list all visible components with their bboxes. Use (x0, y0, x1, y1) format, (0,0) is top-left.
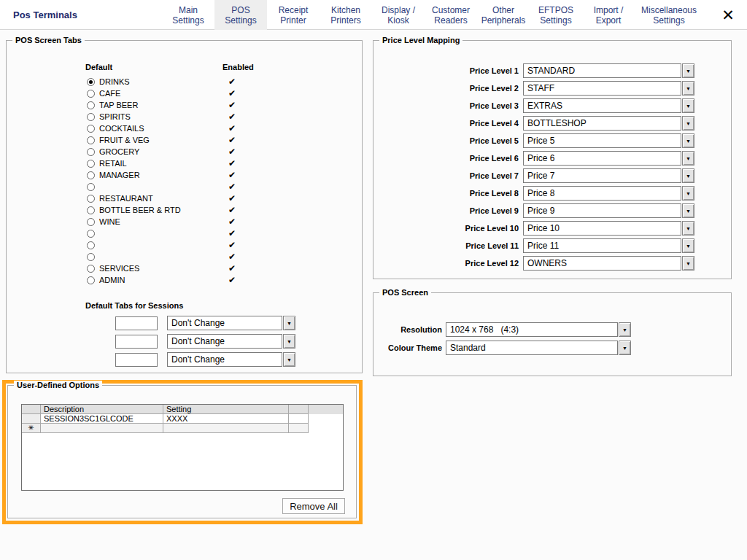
session-tab-field[interactable] (115, 335, 158, 349)
grid-header-row: Description Setting (22, 405, 343, 414)
dropdown-arrow-icon[interactable]: ▼ (682, 81, 694, 96)
nav-tab[interactable]: EFTPOS Settings (530, 0, 582, 30)
enabled-check-icon[interactable]: ✔ (225, 275, 239, 285)
dropdown-arrow-icon[interactable]: ▼ (619, 322, 631, 337)
price-level-dropdown[interactable]: EXTRAS▼ (523, 98, 694, 113)
default-radio[interactable] (87, 160, 95, 168)
dropdown-arrow-icon[interactable]: ▼ (682, 63, 694, 78)
enabled-check-icon[interactable]: ✔ (225, 240, 239, 250)
new-row-asterisk-icon[interactable]: ✳ (22, 424, 41, 433)
nav-tab[interactable]: Receipt Printer (267, 0, 320, 30)
dropdown-arrow-icon[interactable]: ▼ (682, 256, 694, 271)
default-radio[interactable] (87, 195, 95, 203)
price-level-value: Price 6 (523, 151, 681, 166)
default-radio[interactable] (87, 136, 95, 144)
price-level-dropdown[interactable]: Price 6▼ (523, 151, 694, 166)
enabled-check-icon[interactable]: ✔ (225, 147, 239, 157)
pos-tab-label: RETAIL (99, 159, 127, 168)
dropdown-arrow-icon[interactable]: ▼ (682, 238, 694, 253)
dropdown-arrow-icon[interactable]: ▼ (682, 186, 694, 201)
nav-tab[interactable]: Kitchen Printers (320, 0, 372, 30)
dropdown-arrow-icon[interactable]: ▼ (283, 316, 295, 330)
enabled-check-icon[interactable]: ✔ (225, 88, 239, 98)
remove-all-button[interactable]: Remove All (282, 498, 345, 514)
dropdown-arrow-icon[interactable]: ▼ (682, 203, 694, 218)
price-level-dropdown[interactable]: Price 10▼ (523, 221, 694, 236)
default-column-header: Default (85, 63, 112, 71)
price-level-dropdown[interactable]: Price 5▼ (523, 133, 694, 148)
enabled-check-icon[interactable]: ✔ (225, 182, 239, 192)
dropdown-arrow-icon[interactable]: ▼ (283, 334, 295, 349)
enabled-check-icon[interactable]: ✔ (225, 252, 239, 262)
default-radio[interactable] (87, 90, 95, 98)
enabled-check-icon[interactable]: ✔ (225, 193, 239, 203)
session-dropdown[interactable]: Don't Change ▼ (167, 316, 295, 330)
grid-cell-setting[interactable] (163, 424, 289, 433)
enabled-check-icon[interactable]: ✔ (225, 112, 239, 122)
resolution-dropdown[interactable]: 747 x 560 (4:3) ▼ (446, 322, 631, 337)
price-level-dropdown[interactable]: Price 9▼ (523, 203, 694, 218)
default-radio[interactable] (87, 101, 95, 109)
pos-screen-tabs-group: POS Screen Tabs Default Enabled DRINKS✔ … (6, 40, 363, 373)
dropdown-arrow-icon[interactable]: ▼ (682, 221, 694, 236)
default-radio[interactable] (87, 148, 95, 156)
enabled-check-icon[interactable]: ✔ (225, 123, 239, 133)
default-radio[interactable] (87, 253, 95, 261)
grid-cell-setting[interactable]: XXXX (163, 414, 289, 424)
nav-tab[interactable]: Customer Readers (425, 0, 477, 30)
enabled-check-icon[interactable]: ✔ (225, 170, 239, 180)
dropdown-arrow-icon[interactable]: ▼ (682, 116, 694, 131)
nav-tab[interactable]: Miscellaneous Settings (635, 0, 703, 30)
price-level-dropdown[interactable]: OWNERS▼ (523, 256, 694, 271)
close-icon[interactable]: ✕ (716, 4, 740, 26)
enabled-check-icon[interactable]: ✔ (225, 158, 239, 168)
dropdown-arrow-icon[interactable]: ▼ (682, 98, 694, 113)
enabled-check-icon[interactable]: ✔ (225, 263, 239, 273)
nav-tab[interactable]: Other Peripherals (477, 0, 530, 30)
session-tab-field[interactable] (115, 316, 158, 330)
dropdown-arrow-icon[interactable]: ▼ (283, 352, 295, 367)
session-tab-field[interactable] (115, 353, 158, 367)
default-radio[interactable] (87, 113, 95, 121)
grid-row-selector[interactable] (22, 414, 41, 424)
dropdown-arrow-icon[interactable]: ▼ (682, 133, 694, 148)
pos-tab-list: DRINKS✔ CAFE✔ TAP BEER✔ SPIRITS✔ COCKTAI… (87, 76, 262, 286)
enabled-check-icon[interactable]: ✔ (225, 100, 239, 110)
default-radio[interactable] (87, 276, 95, 284)
price-level-label: Price Level 4 (374, 116, 519, 131)
price-level-row: Price Level 11Price 11▼ (374, 238, 731, 253)
nav-tab[interactable]: Display / Kiosk (372, 0, 425, 30)
enabled-check-icon[interactable]: ✔ (225, 228, 239, 238)
enabled-check-icon[interactable]: ✔ (225, 205, 239, 215)
colour-theme-dropdown[interactable]: Standard ▼ (446, 341, 631, 355)
enabled-check-icon[interactable]: ✔ (225, 135, 239, 145)
nav-tab[interactable]: POS Settings (214, 0, 267, 30)
default-radio[interactable] (87, 206, 95, 214)
default-radio[interactable] (87, 230, 95, 238)
session-dropdown[interactable]: Don't Change ▼ (167, 352, 295, 367)
default-radio[interactable] (87, 218, 95, 226)
dropdown-arrow-icon[interactable]: ▼ (619, 341, 631, 355)
enabled-check-icon[interactable]: ✔ (225, 217, 239, 227)
grid-header-filler (309, 405, 343, 414)
default-radio[interactable] (87, 183, 95, 191)
nav-tab[interactable]: Import / Export (582, 0, 635, 30)
enabled-check-icon[interactable]: ✔ (225, 77, 239, 87)
default-radio[interactable] (87, 78, 95, 86)
price-level-dropdown[interactable]: Price 8▼ (523, 186, 694, 201)
default-radio[interactable] (87, 125, 95, 133)
default-radio[interactable] (87, 171, 95, 179)
price-level-dropdown[interactable]: STANDARD▼ (523, 63, 694, 78)
price-level-dropdown[interactable]: Price 7▼ (523, 168, 694, 183)
default-radio[interactable] (87, 265, 95, 273)
default-radio[interactable] (87, 241, 95, 249)
session-dropdown[interactable]: Don't Change ▼ (167, 334, 295, 349)
grid-cell-description[interactable] (41, 424, 163, 433)
price-level-dropdown[interactable]: BOTTLESHOP▼ (523, 116, 694, 131)
nav-tab[interactable]: Main Settings (162, 0, 214, 30)
price-level-dropdown[interactable]: Price 11▼ (523, 238, 694, 253)
grid-cell-description[interactable]: SESSION3SC1GLCODE (41, 414, 163, 424)
dropdown-arrow-icon[interactable]: ▼ (682, 168, 694, 183)
price-level-dropdown[interactable]: STAFF▼ (523, 81, 694, 96)
dropdown-arrow-icon[interactable]: ▼ (682, 151, 694, 166)
